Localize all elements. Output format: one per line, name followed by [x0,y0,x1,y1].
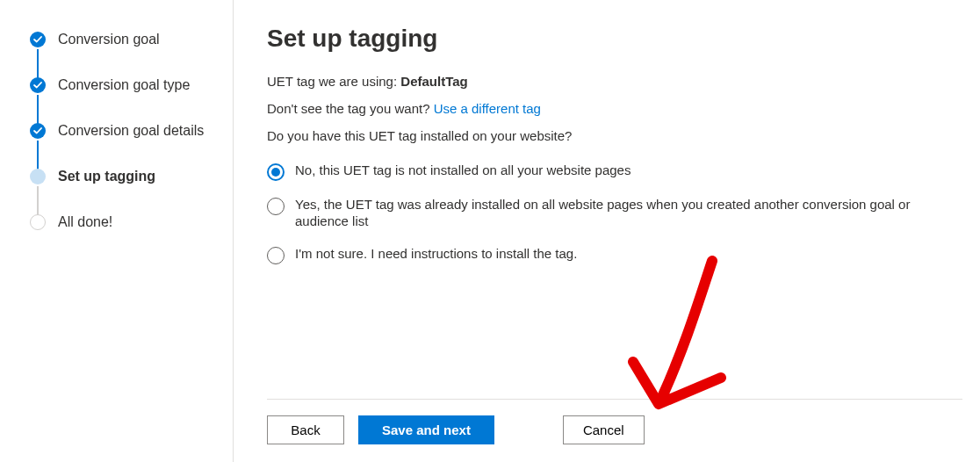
cancel-button[interactable]: Cancel [563,415,645,444]
step-label: Conversion goal type [58,77,190,93]
radio-label: I'm not sure. I need instructions to ins… [295,246,577,263]
spacer [508,415,549,444]
step-label: Set up tagging [58,169,155,184]
current-step-icon [30,169,46,184]
radio-label: No, this UET tag is not installed on all… [295,162,631,179]
checkmark-icon [30,77,46,93]
dont-see-line: Don't see the tag you want? Use a differ… [267,101,962,116]
use-different-tag-link[interactable]: Use a different tag [434,101,541,116]
wizard-footer: Back Save and next Cancel [267,399,962,444]
step-label: Conversion goal details [58,123,204,139]
radio-option-no[interactable]: No, this UET tag is not installed on all… [267,162,962,181]
radio-icon [267,198,285,215]
step-conversion-goal[interactable]: Conversion goal [30,32,215,77]
save-and-next-button[interactable]: Save and next [358,415,494,444]
uet-tag-line: UET tag we are using: DefaultTag [267,74,962,89]
step-set-up-tagging[interactable]: Set up tagging [30,169,215,214]
page-title: Set up tagging [267,25,962,53]
back-button[interactable]: Back [267,415,344,444]
step-all-done[interactable]: All done! [30,214,215,230]
checkmark-icon [30,123,46,139]
uet-prefix: UET tag we are using: [267,74,400,89]
step-label: Conversion goal [58,32,160,47]
radio-option-yes[interactable]: Yes, the UET tag was already installed o… [267,197,962,230]
radio-icon [267,163,285,181]
radio-label: Yes, the UET tag was already installed o… [295,197,962,230]
uet-value: DefaultTag [400,74,467,89]
main-content: Set up tagging UET tag we are using: Def… [234,0,980,462]
step-label: All done! [58,214,112,230]
dont-see-text: Don't see the tag you want? [267,101,434,116]
step-conversion-goal-type[interactable]: Conversion goal type [30,77,215,123]
checkmark-icon [30,32,46,47]
wizard-steps-sidebar: Conversion goal Conversion goal type Con… [0,0,234,462]
future-step-icon [30,214,46,230]
radio-option-not-sure[interactable]: I'm not sure. I need instructions to ins… [267,246,962,264]
uet-installed-radio-group: No, this UET tag is not installed on all… [267,162,962,280]
step-conversion-goal-details[interactable]: Conversion goal details [30,123,215,169]
install-question: Do you have this UET tag installed on yo… [267,128,962,143]
radio-icon [267,247,285,264]
